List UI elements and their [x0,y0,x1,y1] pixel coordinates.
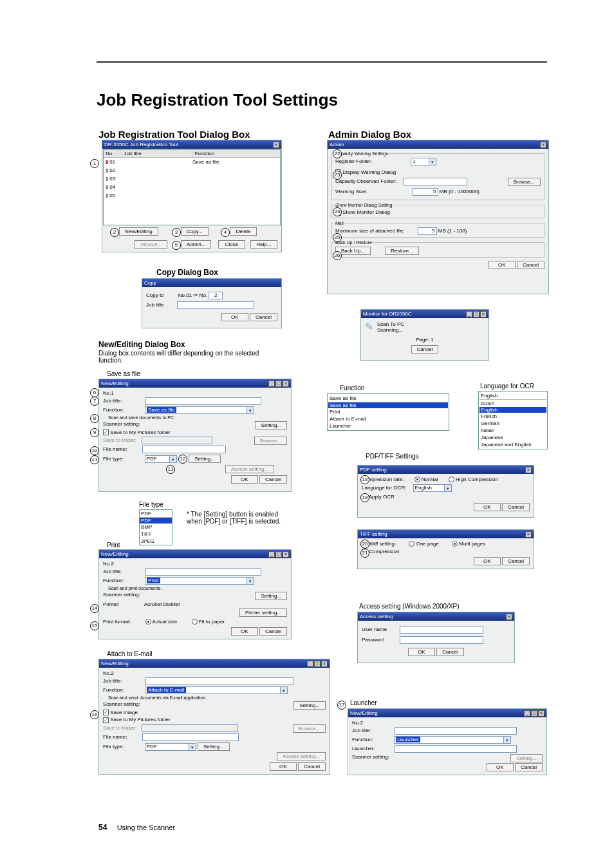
filetype-opt-bmp[interactable]: BMP [140,524,172,531]
access-pass-input[interactable] [400,636,483,644]
monitor-cancel[interactable]: Cancel [411,345,439,354]
tiff-cancel[interactable]: Cancel [502,557,530,565]
attach-cancel[interactable]: Cancel [298,762,326,771]
func-save[interactable]: Save as file [328,402,448,408]
saveasfile-cancel[interactable]: Cancel [259,475,287,484]
copy-spin[interactable]: 2 [209,292,223,299]
print-function-select[interactable]: Print [145,577,254,585]
close-icon[interactable]: × [525,467,532,473]
row-05[interactable]: 05 [109,193,115,198]
row-02[interactable]: 02 [109,167,115,173]
multipage-radio[interactable] [452,541,458,547]
filetype-opt-jpeg[interactable]: JPEG [140,538,172,545]
launcher-cancel[interactable]: Cancel [515,763,543,771]
newedit-button[interactable]: New/Editing [119,227,158,236]
copy-button[interactable]: Copy... [181,227,209,236]
close-icon[interactable]: × [283,381,289,387]
access-user-input[interactable] [400,626,483,634]
launcher-function-select[interactable]: Launcher [394,736,511,744]
pdf-cancel[interactable]: Cancel [502,503,530,511]
func-print[interactable]: Print [328,408,448,415]
close-icon[interactable]: × [506,614,512,620]
tiff-ok[interactable]: OK [474,557,501,565]
high-radio[interactable] [449,476,454,482]
warnsize-input[interactable]: 5 [413,188,438,196]
print-jobtitle-input[interactable] [145,568,261,576]
row-01[interactable]: 01 [109,159,115,165]
close-icon[interactable]: × [540,142,546,148]
onepage-radio[interactable] [409,541,414,547]
print-cancel[interactable]: Cancel [259,627,287,636]
langocr-select[interactable]: English [413,484,452,492]
function-list[interactable]: Save as file Save as file Print Attach t… [327,393,449,431]
admin-button[interactable]: Admin... [181,240,211,249]
launcher-launcher-input[interactable] [395,745,517,753]
access-ok[interactable]: OK [408,648,435,656]
saveasfile-function-select[interactable]: Save as file [145,406,254,414]
save-image-check[interactable] [103,710,109,715]
save-my-pictures-check[interactable] [103,429,109,435]
lang-german[interactable]: German [479,420,546,427]
fit-paper-radio[interactable] [192,619,198,625]
close-icon[interactable]: × [283,551,289,558]
copy-ok[interactable]: OK [221,313,248,321]
close-icon[interactable]: × [525,531,532,538]
lang-list[interactable]: English Dutch English French German Ital… [478,391,548,449]
close-button[interactable]: Close [218,240,245,249]
admin-browse-btn[interactable]: Browse... [508,178,541,186]
capfolder-input[interactable] [403,178,467,185]
attach-filetype-setting-btn[interactable]: Setting... [198,742,230,751]
admin-ok[interactable]: OK [488,261,516,269]
lang-japanese-en[interactable]: Japanese and English [479,441,546,448]
actual-size-radio[interactable] [145,619,151,625]
access-cancel[interactable]: Cancel [436,648,464,656]
minimize-icon[interactable]: _ [307,661,313,667]
row-03[interactable]: 03 [109,176,115,182]
minimize-icon[interactable]: _ [268,551,275,558]
launcher-jobtitle-input[interactable] [395,727,517,735]
attach-filename-input[interactable] [142,733,239,741]
minimize-icon[interactable]: _ [524,710,530,717]
maxattach-input[interactable]: 5 [418,227,437,235]
print-setting-btn[interactable]: Setting... [255,592,287,600]
version-button[interactable]: Version... [135,240,167,249]
close-icon[interactable]: × [538,710,544,717]
regfolder-select[interactable]: 1 [411,158,436,165]
lang-dutch[interactable]: Dutch [479,400,546,407]
minimize-icon[interactable]: _ [466,311,472,317]
filetype-setting-btn[interactable]: Setting... [189,455,221,463]
close-icon[interactable]: × [321,661,328,667]
attach-jobtitle-input[interactable] [145,677,293,685]
lang-italian[interactable]: Italian [479,427,546,434]
lang-french[interactable]: French [479,413,546,420]
row-04[interactable]: 04 [109,184,115,190]
func-launcher[interactable]: Launcher [328,422,448,429]
filetype-select[interactable]: PDF [145,455,177,463]
admin-cancel[interactable]: Cancel [517,261,544,269]
filename-input[interactable] [142,446,226,453]
func-attach[interactable]: Attach to E-mail [328,415,448,422]
attach-ok[interactable]: OK [270,762,297,771]
attach-setting-btn[interactable]: Setting... [293,701,326,710]
filetype-list[interactable]: PDF PDF BMP TIFF JPEG [139,509,172,545]
filetype-opt-tiff[interactable]: TIFF [140,531,172,538]
saveasfile-ok[interactable]: OK [231,475,258,484]
restore-button[interactable]: Restore... [385,247,419,255]
save-my-pictures-check[interactable] [103,717,109,723]
saveasfile-setting-btn[interactable]: Setting... [255,421,287,429]
saveasfile-jobtitle-input[interactable] [145,397,261,405]
normal-radio[interactable] [414,476,420,482]
close-icon[interactable]: × [480,311,487,317]
lang-english[interactable]: English [479,407,546,413]
delete-button[interactable]: Delete [230,227,257,236]
attach-filetype-select[interactable]: PDF [145,743,196,751]
printer-setting-btn[interactable]: Printer setting... [239,609,287,617]
close-icon[interactable]: × [273,142,279,148]
attach-function-select[interactable]: Attach to E-mail [145,686,288,694]
filetype-opt-pdf[interactable]: PDF [140,518,172,524]
lang-japanese[interactable]: Japanese [479,434,546,441]
pdf-ok[interactable]: OK [474,503,501,511]
copy-jobtitle-input[interactable] [177,301,254,309]
copy-cancel[interactable]: Cancel [250,313,277,321]
print-ok[interactable]: OK [231,627,258,636]
